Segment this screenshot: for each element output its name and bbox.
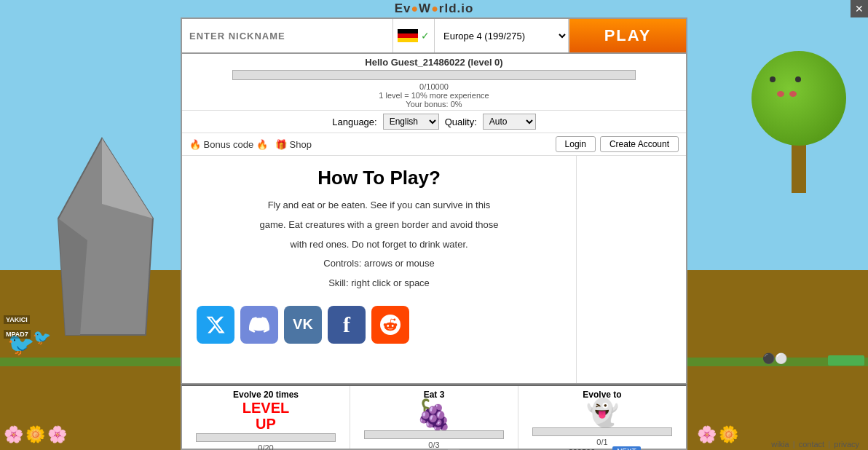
achievement-1-title: Evolve 20 times xyxy=(233,390,299,400)
nickname-input[interactable] xyxy=(182,19,393,52)
social-icons: VK f xyxy=(197,306,561,344)
flag-checkmark: ✓ xyxy=(421,30,430,42)
reddit-icon[interactable] xyxy=(371,306,409,344)
wikia-link[interactable]: wikia xyxy=(771,440,789,449)
achievement-1-progress-bar xyxy=(196,433,336,442)
achievement-2-image: 🍇 xyxy=(416,400,452,429)
footer-links: wikia | contact | privacy xyxy=(770,440,861,449)
info-bar: Hello Guest_21486022 (level 0) 0/10000 1… xyxy=(182,54,686,111)
top-bar: ✓ Europe 4 (199/275) Europe 1 Europe 2 U… xyxy=(182,19,686,54)
close-button[interactable]: ✕ xyxy=(851,0,868,17)
player-label2: MPAD7 xyxy=(4,330,31,339)
how-to-play-para4: Controls: arrows or mouse xyxy=(197,256,561,272)
achievement-2-body: 🍇 xyxy=(416,400,452,429)
shop-button[interactable]: 🎁 Shop xyxy=(275,139,312,150)
achievement-3-exp: +302500 exp NEXT xyxy=(564,446,641,450)
content-area: How To Play? Fly and eat or be eaten. Se… xyxy=(182,156,686,383)
bonus-info: Your bonus: 0% xyxy=(182,100,686,108)
main-modal: ✓ Europe 4 (199/275) Europe 1 Europe 2 U… xyxy=(181,17,687,384)
twitter-icon[interactable] xyxy=(197,306,234,344)
contact-link[interactable]: contact xyxy=(799,440,824,449)
vk-icon[interactable]: VK xyxy=(284,306,322,344)
privacy-link[interactable]: privacy xyxy=(834,440,859,449)
achievement-1-body: LEVELUP xyxy=(242,400,289,432)
achievement-3-progress: 0/1 xyxy=(596,438,607,446)
site-title: Ev●W●rld.io xyxy=(395,1,474,16)
right-buttons: Login Create Account xyxy=(556,136,679,152)
achievement-2-progress-bar xyxy=(364,430,505,439)
player-label: YAKICI xyxy=(4,315,30,324)
achievement-eat: Eat 3 🍇 0/3 +1750 exp ▲ xyxy=(350,386,518,449)
achievement-1-progress: 0/20 xyxy=(258,443,273,450)
discord-icon[interactable] xyxy=(240,306,278,344)
achievement-3-image: 👻 xyxy=(586,400,619,426)
flag-area: ✓ xyxy=(393,19,435,52)
left-content: How To Play? Fly and eat or be eaten. Se… xyxy=(182,156,577,383)
buttons-row: 🔥 Bonus code 🔥 🎁 Shop Login Create Accou… xyxy=(182,133,686,156)
german-flag xyxy=(398,29,418,42)
achievement-3-next[interactable]: NEXT xyxy=(612,446,641,450)
title-bar: Ev●W●rld.io xyxy=(0,0,868,17)
how-to-play-para3: with red ones. Do not forget to drink wa… xyxy=(197,237,561,253)
how-to-play-section: How To Play? Fly and eat or be eaten. Se… xyxy=(197,167,561,291)
left-scene: 🌸 🌼 🌸 🐦 🐦 YAKICI MPAD7 xyxy=(0,131,178,450)
achievement-3-progress-bar xyxy=(532,427,673,436)
achievement-evolve: Evolve 20 times LEVELUP 0/20 +5000 exp ▲ xyxy=(182,386,350,449)
play-button[interactable]: PLAY xyxy=(569,19,686,52)
quality-select[interactable]: Auto Low Medium High xyxy=(483,114,536,130)
how-to-play-para1: Fly and eat or be eaten. See if you can … xyxy=(197,198,561,213)
how-to-play-para5: Skill: right click or space xyxy=(197,276,561,291)
left-buttons: 🔥 Bonus code 🔥 🎁 Shop xyxy=(189,139,312,150)
xp-text: 0/10000 xyxy=(182,82,686,91)
achievement-3-body: 👻 xyxy=(586,400,619,426)
create-account-button[interactable]: Create Account xyxy=(600,136,679,152)
how-to-play-para2: game. Eat creatures with a green border … xyxy=(197,218,561,233)
login-button[interactable]: Login xyxy=(556,136,596,152)
xp-bar-container xyxy=(232,70,636,80)
tree-blob xyxy=(751,51,846,146)
achievements-bar: Evolve 20 times LEVELUP 0/20 +5000 exp ▲… xyxy=(181,384,687,450)
facebook-icon[interactable]: f xyxy=(328,306,366,344)
quality-label: Quality: xyxy=(445,117,477,127)
bonus-code-button[interactable]: 🔥 Bonus code 🔥 xyxy=(189,139,268,150)
level-up-text: LEVELUP xyxy=(242,400,289,432)
language-select[interactable]: English Deutsch Español Français Polski xyxy=(383,114,439,130)
achievement-2-progress: 0/3 xyxy=(428,441,439,449)
language-label: Language: xyxy=(332,117,376,127)
server-select[interactable]: Europe 4 (199/275) Europe 1 Europe 2 USA… xyxy=(435,19,569,52)
how-to-play-heading: How To Play? xyxy=(197,167,561,189)
right-scene: 🌸 🌼 ⚫⚪ xyxy=(690,22,868,450)
level-info: 1 level = 10% more experience xyxy=(182,91,686,100)
achievement-evolve-to: Evolve to 👻 0/1 +302500 exp NEXT xyxy=(518,386,686,449)
guest-name: Hello Guest_21486022 (level 0) xyxy=(182,57,686,68)
lang-quality-row: Language: English Deutsch Español França… xyxy=(182,111,686,133)
